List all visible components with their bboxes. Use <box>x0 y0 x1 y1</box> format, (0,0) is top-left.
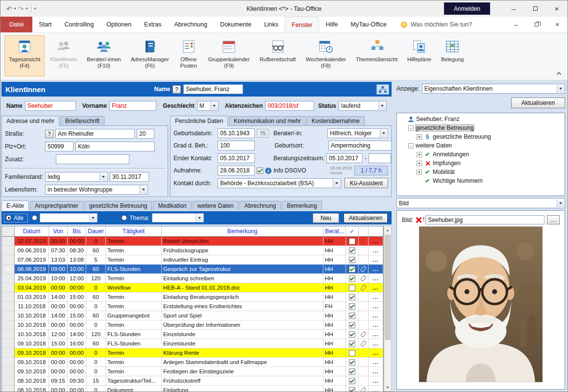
tree-item-anmeldungen[interactable]: +Anmeldungen <box>398 150 564 159</box>
ribbon-tab-optionen[interactable]: Optionen <box>100 17 138 32</box>
ribbon-item-adressmanager[interactable]: AdressManager(F6) <box>126 35 173 76</box>
vorname-input[interactable] <box>109 101 156 111</box>
row-selector[interactable] <box>2 255 15 265</box>
row-options-button[interactable]: ... <box>369 265 383 274</box>
chevron-down-icon[interactable] <box>99 173 107 181</box>
customize-toolbar-icon[interactable]: ▾ <box>34 6 37 11</box>
tree-item-gesetzliche-betreuung[interactable]: +§gesetzliche Betreuung <box>398 132 564 141</box>
row-options-button[interactable]: ... <box>369 293 383 302</box>
ribbon-item-wochenkalender[interactable]: Wochenkalender(F8) <box>301 35 350 76</box>
row-options-button[interactable]: ... <box>369 237 383 246</box>
row-selector[interactable] <box>2 367 15 376</box>
familienstand-datum-input[interactable] <box>110 172 149 182</box>
ort-input[interactable] <box>75 142 155 151</box>
zusatz-input[interactable] <box>56 154 129 164</box>
adresse-tab-briefanschrift[interactable]: Briefanschrift <box>60 116 104 125</box>
anzeige-aktualisieren-button[interactable]: Aktualisieren <box>511 98 565 108</box>
column-header-bis[interactable]: Bis <box>68 226 86 236</box>
row-options-button[interactable]: ... <box>369 311 383 320</box>
bild-section-combo[interactable]: Bild <box>396 198 565 208</box>
done-checkbox[interactable] <box>349 247 355 254</box>
geschlecht-combo[interactable]: M <box>197 101 219 111</box>
persoenlich-tab-kosten-bernahme[interactable]: Kostenübernahme <box>307 116 365 125</box>
mdi-minimize-button[interactable]: – <box>506 17 526 32</box>
collapse-icon[interactable]: - <box>408 125 414 131</box>
chevron-down-icon[interactable] <box>140 186 147 194</box>
beratungszeitraum-von-input[interactable] <box>326 153 363 163</box>
scrollbar-thumb[interactable] <box>385 235 391 340</box>
eakte-tab-e-akte[interactable]: E-Akte <box>1 200 29 211</box>
row-options-button[interactable]: ... <box>369 348 383 358</box>
familienstand-combo[interactable]: ledig <box>45 172 108 182</box>
column-header-datum[interactable]: Datum <box>15 226 49 236</box>
chevron-down-icon[interactable] <box>378 102 386 110</box>
table-row[interactable]: 10.10.201814:0015:0060GruppenangebotSpor… <box>2 311 383 320</box>
row-options-button[interactable]: ... <box>369 246 383 255</box>
ribbon-tab-hilfe[interactable]: Hilfe <box>319 17 344 32</box>
stunden-button[interactable]: 1 / 7,7 h <box>354 166 388 175</box>
hausnummer-input[interactable] <box>137 129 154 139</box>
radio-thema[interactable] <box>122 215 127 220</box>
row-selector[interactable] <box>2 246 15 255</box>
row-selector[interactable] <box>2 339 15 348</box>
row-selector[interactable] <box>2 237 15 246</box>
table-row[interactable]: 07.06.201913:0313:085Terminindivueller E… <box>2 255 383 265</box>
redo-dropdown-icon[interactable]: ▾ <box>25 6 28 11</box>
neu-button[interactable]: Neu <box>313 213 339 223</box>
tree-item-mobilit-t[interactable]: +Mobilität <box>398 168 564 176</box>
mdi-restore-button[interactable] <box>526 17 547 32</box>
persoenlich-tab-pers-nliche-daten[interactable]: Persönliche Daten <box>170 116 228 126</box>
chevron-down-icon[interactable] <box>380 129 387 137</box>
ribbon-tab-datei[interactable]: Datei <box>0 17 32 32</box>
minimize-button[interactable]: – <box>503 0 524 17</box>
radio-alle[interactable] <box>6 215 11 220</box>
done-checkbox[interactable] <box>349 275 355 282</box>
strasse-input[interactable] <box>55 129 135 139</box>
row-selector[interactable] <box>2 358 15 367</box>
done-checkbox[interactable] <box>349 378 355 384</box>
row-selector[interactable] <box>2 311 15 320</box>
row-selector[interactable] <box>2 293 15 302</box>
row-options-button[interactable]: ... <box>369 274 383 283</box>
table-row[interactable]: 09.06.201907:3008:3060TerminFrühstücksgr… <box>2 246 383 255</box>
scroll-up-icon[interactable]: ▲ <box>384 226 391 234</box>
row-options-button[interactable]: ... <box>369 386 383 392</box>
filter-fls[interactable]: FLS-Stunden <box>32 213 98 222</box>
column-header-clip[interactable] <box>359 226 369 236</box>
chevron-down-icon[interactable] <box>557 199 564 207</box>
eakte-tab-medikation[interactable]: Medikation <box>153 201 191 210</box>
expand-icon[interactable]: + <box>417 152 422 157</box>
ribbon-tab-start[interactable]: Start <box>32 17 58 32</box>
chevron-down-icon[interactable] <box>210 102 218 110</box>
strasse-help-button[interactable]: ? <box>45 130 53 138</box>
table-row[interactable]: 09.10.201815:0016:0060FLS-StundenEinzels… <box>2 339 383 348</box>
filter-alle[interactable]: Alle <box>4 214 27 222</box>
undo-dropdown-icon[interactable]: ▾ <box>14 6 17 11</box>
row-selector[interactable] <box>2 330 15 339</box>
eakte-tab-bemerkung[interactable]: Bemerkung <box>282 201 321 210</box>
status-combo[interactable]: laufend <box>339 101 387 111</box>
table-row[interactable]: 02.07.201900:0000:000TerminBedarf überpr… <box>2 237 383 246</box>
done-checkbox[interactable] <box>349 359 355 366</box>
column-header-taet[interactable]: Tätigkeit <box>106 226 162 236</box>
table-row[interactable]: 25.04.201910:0012:00120TerminEinladung s… <box>2 274 383 283</box>
table-row[interactable]: 10.10.201800:0000:000TerminÜberprüfung d… <box>2 320 383 330</box>
row-options-button[interactable]: ... <box>369 339 383 348</box>
ribbon-item-themen-bersicht[interactable]: Themenübersicht <box>351 35 402 76</box>
expand-icon[interactable]: + <box>417 161 422 166</box>
done-checkbox[interactable] <box>349 350 355 356</box>
column-header-dots[interactable] <box>369 226 383 236</box>
column-header-von[interactable]: Von <box>49 226 68 236</box>
table-row[interactable]: ▶06.06.201909:0010:0060FLS-StundenGesprä… <box>2 265 383 274</box>
radio-fls[interactable] <box>32 215 37 220</box>
chevron-down-icon[interactable] <box>557 85 564 93</box>
ribbon-tab-extras[interactable]: Extras <box>138 17 168 32</box>
table-row[interactable]: 09.10.201800:0000:000TerminKlärung Rente… <box>2 348 383 358</box>
row-options-button[interactable]: ... <box>369 320 383 330</box>
row-selector[interactable] <box>2 302 15 311</box>
done-checkbox[interactable] <box>349 285 355 291</box>
mdi-close-button[interactable]: × <box>547 17 568 32</box>
ribbon-item-rufbereitschaft[interactable]: Rufbereitschaft <box>255 35 300 76</box>
done-checkbox[interactable] <box>349 266 355 272</box>
table-row[interactable]: 08.10.201809:1509:3015Tagesstruktur/Teil… <box>2 376 383 386</box>
